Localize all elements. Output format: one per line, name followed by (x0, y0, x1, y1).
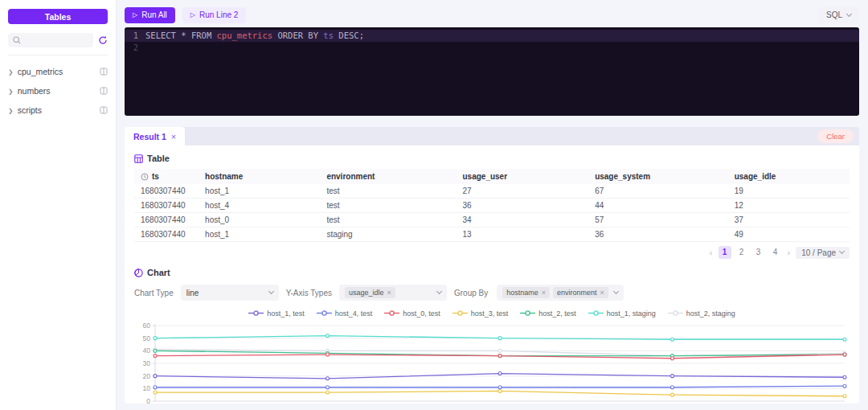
tables-tree: ❯cpu_metrics❯numbers❯scripts (8, 55, 108, 117)
table-row: 1680307440host_4test364412 (134, 199, 850, 213)
legend-item-host_3-test[interactable]: host_3, test (452, 310, 509, 318)
table-cell: host_4 (199, 199, 320, 213)
table-name: scripts (18, 105, 42, 115)
yaxis-tag-usage_idle: usage_idle× (345, 287, 395, 298)
page-size-select[interactable]: 10 / Page (796, 247, 850, 259)
tables-button[interactable]: Tables (8, 9, 108, 24)
legend-item-host_1-test[interactable]: host_1, test (248, 310, 305, 318)
legend-marker (520, 310, 535, 317)
chart-section-title: Chart (147, 268, 170, 277)
columns-icon[interactable] (100, 106, 108, 114)
table-cell: 44 (588, 199, 728, 213)
language-label: SQL (826, 10, 842, 19)
sidebar: Tables ❯cpu_metrics❯numbers❯scripts (0, 0, 117, 410)
result-tab-bar: Result 1 × Clear (125, 127, 859, 146)
line-chart: 010203040506018:43:07 20018:43:07 25018:… (134, 321, 850, 404)
page-button-1[interactable]: 1 (719, 246, 731, 259)
column-header-environment[interactable]: environment (320, 169, 456, 184)
page-size-value: 10 / Page (801, 248, 836, 257)
clear-button[interactable]: Clear (817, 129, 854, 143)
groupby-tag-hostname: hostname× (502, 287, 550, 298)
refresh-tables-button[interactable] (98, 35, 108, 45)
next-page-button[interactable]: › (786, 248, 792, 257)
chevron-down-icon (613, 289, 619, 294)
sidebar-item-cpu_metrics[interactable]: ❯cpu_metrics (8, 65, 108, 78)
page-button-4[interactable]: 4 (769, 246, 782, 259)
editor-line-1: 1SELECT * FROM cpu_metrics ORDER BY ts D… (125, 30, 859, 42)
legend-item-host_2-test[interactable]: host_2, test (520, 310, 576, 318)
close-icon[interactable]: × (171, 132, 176, 141)
yaxis-types-label: Y-Axis Types (286, 289, 332, 297)
table-cell: test (320, 213, 456, 228)
table-search-input[interactable] (24, 36, 80, 45)
table-header-row: tshostnameenvironmentusage_userusage_sys… (134, 169, 850, 184)
groupby-tag-environment: environment× (553, 287, 608, 298)
legend-label: host_1, staging (607, 310, 656, 318)
code-text: SELECT * FROM cpu_metrics ORDER BY ts DE… (145, 30, 364, 42)
sidebar-item-scripts[interactable]: ❯scripts (8, 104, 108, 117)
page-button-2[interactable]: 2 (735, 246, 748, 259)
run-all-label: Run All (141, 10, 167, 19)
line-number: 1 (125, 30, 145, 42)
column-header-usage_system[interactable]: usage_system (588, 169, 728, 184)
language-select[interactable]: SQL (818, 7, 859, 23)
table-cell: 57 (588, 213, 728, 228)
legend-label: host_2, staging (686, 310, 735, 318)
group-by-select[interactable]: hostname×environment× (497, 285, 624, 301)
yaxis-types-select[interactable]: usage_idle× (339, 285, 447, 301)
remove-tag-icon[interactable]: × (600, 289, 604, 297)
legend-item-host_4-test[interactable]: host_4, test (317, 310, 373, 318)
columns-icon[interactable] (100, 87, 108, 95)
remove-tag-icon[interactable]: × (387, 289, 391, 297)
table-cell: 36 (588, 228, 728, 242)
result-panel: Table tshostnameenvironmentusage_userusa… (125, 146, 859, 404)
clock-icon (141, 173, 149, 181)
run-all-button[interactable]: ▷ Run All (125, 7, 175, 23)
tag-label: usage_idle (349, 289, 384, 297)
column-header-ts[interactable]: ts (134, 169, 199, 184)
table-cell: 12 (728, 199, 850, 213)
main-area: ▷ Run All ▷ Run Line 2 SQL 1SELECT * FRO… (117, 0, 868, 410)
tab-result-1[interactable]: Result 1 × (125, 127, 185, 146)
run-line-button[interactable]: ▷ Run Line 2 (182, 7, 247, 23)
table-cell: host_1 (199, 184, 320, 199)
svg-text:10: 10 (143, 384, 151, 392)
run-line-label: Run Line 2 (199, 10, 238, 19)
table-cell: 1680307440 (134, 199, 199, 213)
legend-item-host_2-staging[interactable]: host_2, staging (668, 310, 735, 318)
table-cell: 34 (456, 213, 588, 228)
legend-marker (452, 310, 468, 317)
table-cell: 36 (456, 199, 588, 213)
legend-label: host_3, test (471, 310, 509, 318)
svg-text:20: 20 (143, 372, 151, 380)
sidebar-item-numbers[interactable]: ❯numbers (8, 84, 108, 97)
group-by-label: Group By (454, 289, 488, 297)
legend-marker (384, 310, 399, 317)
chevron-down-icon (839, 248, 845, 254)
table-cell: 19 (728, 184, 850, 199)
table-cell: 1680307440 (134, 184, 199, 199)
table-cell: staging (320, 228, 456, 242)
line-chart-svg: 010203040506018:43:07 20018:43:07 25018:… (134, 321, 849, 404)
remove-tag-icon[interactable]: × (542, 289, 546, 297)
legend-item-host_1-staging[interactable]: host_1, staging (588, 310, 656, 318)
chart-type-select[interactable]: line (181, 285, 279, 301)
sql-editor[interactable]: 1SELECT * FROM cpu_metrics ORDER BY ts D… (125, 27, 859, 116)
table-name: numbers (18, 86, 51, 96)
table-search-box[interactable] (8, 33, 93, 47)
column-header-usage_idle[interactable]: usage_idle (728, 169, 850, 184)
column-header-usage_user[interactable]: usage_user (456, 169, 588, 184)
chart-type-value: line (186, 289, 199, 297)
page-button-3[interactable]: 3 (752, 246, 765, 259)
columns-icon[interactable] (100, 68, 108, 76)
column-header-hostname[interactable]: hostname (199, 169, 320, 184)
legend-marker (317, 310, 332, 317)
prev-page-button[interactable]: ‹ (708, 248, 714, 257)
svg-text:40: 40 (143, 346, 151, 355)
chevron-right-icon: ❯ (8, 68, 13, 75)
chart-legend: host_1, testhost_4, testhost_0, testhost… (134, 308, 850, 318)
legend-marker (248, 310, 264, 317)
legend-item-host_0-test[interactable]: host_0, test (384, 310, 440, 318)
table-name: cpu_metrics (18, 67, 63, 76)
refresh-icon (98, 35, 108, 45)
